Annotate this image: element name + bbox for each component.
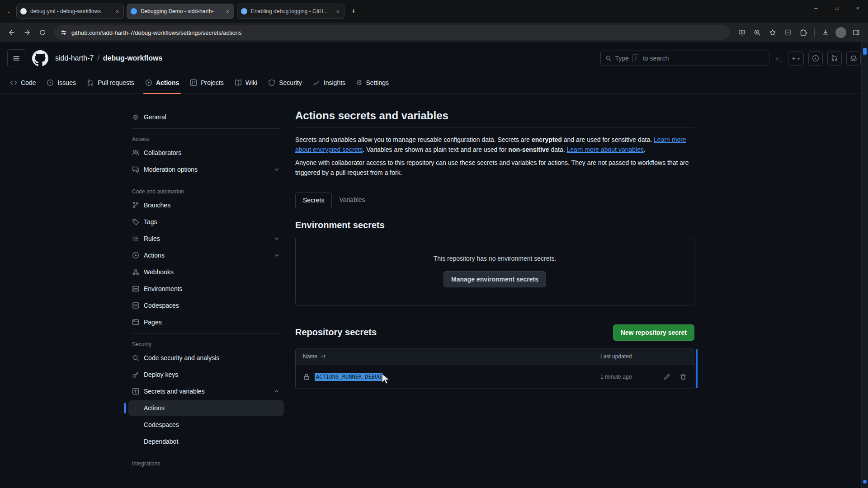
github-logo[interactable] [32, 50, 49, 67]
reload-icon [39, 29, 46, 36]
sidebar-item-actions[interactable]: Actions [128, 248, 284, 263]
delete-trash-icon[interactable] [679, 373, 687, 380]
key-icon [132, 371, 139, 378]
close-icon[interactable]: × [225, 8, 230, 15]
sidebar-item-deploy-keys[interactable]: Deploy keys [128, 367, 284, 382]
secret-name[interactable]: ACTIONS_RUNNER_DEBUG [315, 373, 383, 381]
column-name[interactable]: Name [303, 353, 317, 360]
git-pull-request-icon [831, 55, 838, 62]
repo-tab-actions[interactable]: Actions [141, 72, 184, 94]
breadcrumb-repo[interactable]: debug-workflows [103, 54, 163, 62]
sidebar-item-code-security[interactable]: Code security and analysis [128, 350, 284, 366]
tab-search-button[interactable]: ⌄ [4, 6, 14, 16]
repo-tab-projects[interactable]: Projects [185, 72, 228, 94]
search-input[interactable]: Type / to search [600, 51, 769, 66]
new-repository-secret-button[interactable]: New repository secret [613, 324, 694, 341]
command-palette-button[interactable]: >_ [774, 54, 783, 63]
sidebar-item-environments[interactable]: Environments [128, 281, 284, 296]
close-window-button[interactable]: × [847, 0, 868, 16]
empty-state-text: This repository has no environment secre… [434, 255, 557, 262]
browser-tab-strip: ⌄ debug.yml - debug-workflows × Debuggin… [0, 0, 868, 23]
sidebar-subitem-actions[interactable]: Actions [128, 400, 284, 416]
profile-avatar[interactable] [835, 27, 846, 38]
browser-window: ⌄ debug.yml - debug-workflows × Debuggin… [0, 0, 868, 488]
scrollbar-marker-top [863, 48, 867, 55]
browser-tab-3[interactable]: Enabling debug logging - GitH... × [237, 4, 344, 19]
sidebar-item-label: Secrets and variables [144, 388, 205, 395]
downloads-button[interactable] [818, 25, 833, 40]
inbox-button[interactable] [846, 51, 861, 66]
reload-button[interactable] [35, 25, 50, 40]
back-button[interactable] [5, 25, 19, 40]
sidebar-section-code-and-automation: Code and automation [128, 186, 284, 197]
repo-tab-label: Settings [366, 79, 389, 86]
breadcrumb-owner[interactable]: sidd-harth-7 [55, 54, 94, 62]
sidebar-item-general[interactable]: ⚙ General [128, 109, 284, 125]
status-icon [784, 29, 792, 36]
repo-tab-issues[interactable]: Issues [42, 72, 80, 94]
learn-more-variables-link[interactable]: Learn more about variables [567, 146, 644, 153]
page-title-block: Actions secrets and variables [295, 109, 694, 128]
browser-status-button[interactable] [781, 25, 795, 40]
tab-secrets[interactable]: Secrets [295, 192, 332, 208]
browser-tab-2-active[interactable]: Debugging Demo - sidd-harth- × [127, 4, 234, 19]
settings-sidebar: ⚙ General Access Collaborators Moderatio… [123, 109, 284, 469]
repo-tab-insights[interactable]: Insights [308, 72, 350, 94]
search-icon [605, 55, 612, 61]
intro-text: and are used for sensitive data. [562, 136, 654, 143]
sidebar-divider [132, 181, 280, 181]
create-new-button[interactable]: + ▾ [788, 51, 804, 66]
new-tab-button[interactable]: + [347, 5, 360, 18]
sidebar-subitem-codespaces[interactable]: Codespaces [128, 417, 284, 432]
browser-tab-1[interactable]: debug.yml - debug-workflows × [16, 4, 124, 19]
close-icon[interactable]: × [335, 8, 340, 15]
project-board-icon [190, 79, 197, 86]
sidebar-item-secrets-and-variables[interactable]: Secrets and variables [128, 384, 284, 399]
side-panel-button[interactable] [849, 25, 863, 40]
sidebar-item-branches[interactable]: Branches [128, 197, 284, 213]
sidebar-item-label: Dependabot [144, 438, 178, 445]
edit-pencil-icon[interactable] [663, 373, 670, 380]
global-menu-button[interactable] [7, 49, 25, 67]
maximize-icon: □ [835, 5, 839, 11]
forward-button[interactable] [20, 25, 34, 40]
sidebar-section-security: Security [128, 338, 284, 350]
pull-requests-dashboard-button[interactable] [827, 51, 842, 66]
extensions-button[interactable] [796, 25, 811, 40]
sidebar-subitem-dependabot[interactable]: Dependabot [128, 434, 284, 449]
rules-icon [132, 235, 139, 242]
repo-tab-settings[interactable]: ⚙ Settings [352, 72, 393, 94]
issues-dashboard-button[interactable] [808, 51, 823, 66]
github-mark-icon [32, 50, 48, 66]
sidebar-item-label: Actions [144, 252, 165, 259]
tab-variables[interactable]: Variables [332, 192, 372, 208]
repo-tab-security[interactable]: Security [264, 72, 307, 94]
address-bar[interactable]: github.com/sidd-harth-7/debug-workflows/… [54, 25, 730, 40]
repo-tab-pull-requests[interactable]: Pull requests [82, 72, 139, 94]
maximize-button[interactable]: □ [826, 0, 847, 16]
manage-environment-secrets-button[interactable]: Manage environment secrets [443, 271, 546, 287]
git-pull-request-icon [87, 79, 94, 86]
download-icon [822, 29, 829, 36]
command-palette-icon: >_ [776, 56, 782, 61]
sidebar-item-codespaces[interactable]: Codespaces [128, 298, 284, 313]
back-icon [8, 29, 15, 36]
minimize-button[interactable]: ─ [806, 0, 826, 16]
page-scrollbar[interactable] [861, 42, 868, 488]
sidebar-item-collaborators[interactable]: Collaborators [128, 145, 284, 160]
install-app-button[interactable] [735, 25, 749, 40]
intro-text: . [644, 146, 646, 153]
repo-tab-code[interactable]: Code [5, 72, 40, 94]
sidebar-item-webhooks[interactable]: Webhooks [128, 264, 284, 280]
sidebar-item-pages[interactable]: Pages [128, 314, 284, 330]
intro-paragraph: Secrets and variables allow you to manag… [295, 135, 694, 155]
close-icon[interactable]: × [114, 8, 120, 15]
graph-icon [313, 79, 320, 86]
repo-tab-wiki[interactable]: Wiki [230, 72, 262, 94]
bookmark-button[interactable] [765, 25, 780, 40]
sidebar-item-moderation-options[interactable]: Moderation options [128, 162, 284, 177]
zoom-button[interactable] [750, 25, 764, 40]
sidebar-item-tags[interactable]: Tags [128, 214, 284, 230]
selection-edge-indicator [696, 349, 698, 388]
sidebar-item-rules[interactable]: Rules [128, 231, 284, 246]
